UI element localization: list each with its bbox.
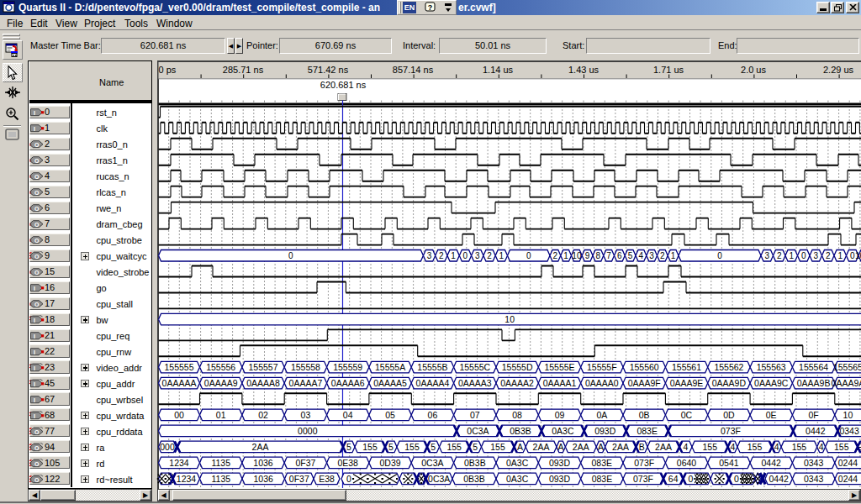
svg-text:155562: 155562 [714, 362, 743, 372]
svg-text:2AA: 2AA [252, 442, 269, 452]
svg-text:15555C: 15555C [459, 362, 490, 372]
svg-text:15555B: 15555B [417, 362, 447, 372]
svg-text:1.43 us: 1.43 us [568, 65, 600, 75]
svg-text:15555F: 15555F [587, 362, 617, 372]
svg-text:2.0 us: 2.0 us [741, 65, 766, 75]
svg-text:073F: 073F [633, 474, 653, 484]
svg-text:0D: 0D [723, 410, 735, 420]
svg-text:0A3C: 0A3C [552, 426, 574, 436]
svg-text:E38: E38 [319, 474, 335, 484]
svg-text:5: 5 [473, 442, 478, 452]
svg-text:155: 155 [834, 442, 849, 452]
svg-text:155: 155 [792, 442, 807, 452]
svg-text:15555A: 15555A [375, 362, 405, 372]
svg-text:5: 5 [388, 442, 394, 452]
svg-text:155559: 155559 [333, 362, 362, 372]
svg-text:2: 2 [826, 251, 831, 260]
svg-text:0AAAA7: 0AAAA7 [289, 378, 323, 388]
svg-text:0640: 0640 [677, 458, 697, 468]
svg-text:0442: 0442 [762, 458, 782, 468]
svg-text:0000: 0000 [298, 426, 318, 436]
svg-text:0AAA9E: 0AAA9E [670, 378, 704, 388]
svg-text:1.71 us: 1.71 us [653, 65, 684, 75]
svg-text:0AAAA4: 0AAAA4 [416, 378, 450, 388]
svg-text:0E38: 0E38 [337, 458, 358, 468]
svg-text:1234: 1234 [169, 458, 189, 468]
svg-text:155: 155 [703, 442, 718, 452]
svg-text:620.681 ns: 620.681 ns [320, 80, 367, 90]
svg-text:1234: 1234 [177, 474, 197, 484]
svg-text:0343: 0343 [804, 474, 824, 484]
svg-text:02: 02 [258, 410, 268, 420]
svg-text:05: 05 [385, 410, 395, 420]
svg-text:0C3A: 0C3A [467, 426, 489, 436]
svg-text:0: 0 [526, 251, 531, 260]
svg-text:2AA: 2AA [612, 442, 629, 452]
svg-text:0AAAA8: 0AAAA8 [246, 378, 280, 388]
svg-text:0AAAA6: 0AAAA6 [331, 378, 365, 388]
svg-text:A: A [517, 442, 523, 452]
svg-text:1: 1 [789, 251, 794, 260]
svg-text:0AAAA3: 0AAAA3 [458, 378, 492, 388]
svg-text:0: 0 [346, 474, 351, 484]
svg-text:1: 1 [563, 251, 568, 260]
svg-text:0541: 0541 [719, 458, 739, 468]
svg-text:1135: 1135 [212, 474, 231, 484]
svg-text:155: 155 [362, 442, 378, 452]
svg-text:9: 9 [585, 251, 590, 260]
svg-text:4: 4 [819, 442, 824, 452]
svg-text:0AAAA9: 0AAAA9 [204, 378, 238, 388]
svg-text:0A3C: 0A3C [506, 458, 529, 468]
svg-text:3: 3 [475, 251, 480, 260]
svg-text:093D: 093D [594, 426, 616, 436]
svg-text:155: 155 [404, 442, 420, 452]
svg-text:09: 09 [555, 410, 565, 420]
svg-text:5: 5 [346, 442, 351, 452]
svg-text:0E: 0E [766, 410, 777, 420]
svg-text:0244: 0244 [838, 474, 858, 484]
svg-text:155561: 155561 [672, 362, 701, 372]
svg-text:073F: 073F [634, 458, 654, 468]
svg-text:155565: 155565 [833, 362, 861, 372]
svg-text:000: 000 [160, 442, 175, 452]
svg-text:083E: 083E [592, 474, 613, 484]
svg-text:093D: 093D [549, 458, 571, 468]
svg-text:00: 00 [174, 410, 184, 420]
svg-text:0D39: 0D39 [380, 458, 401, 468]
svg-text:0AAA9C: 0AAA9C [754, 378, 789, 388]
svg-text:64: 64 [668, 474, 679, 484]
svg-text:1: 1 [451, 251, 456, 260]
svg-text:0442: 0442 [806, 426, 826, 436]
svg-text:0442: 0442 [769, 474, 790, 484]
svg-text:155564: 155564 [799, 362, 828, 372]
svg-text:0F: 0F [808, 410, 818, 420]
svg-text:857.14 ns: 857.14 ns [393, 65, 434, 75]
svg-text:3: 3 [649, 251, 654, 260]
svg-text:155555: 155555 [164, 362, 193, 372]
svg-text:1036: 1036 [253, 458, 273, 468]
svg-text:0A3C: 0A3C [506, 474, 529, 484]
svg-text:0AAAA2: 0AAAA2 [500, 378, 534, 388]
svg-text:1: 1 [837, 251, 843, 260]
svg-text:06: 06 [428, 410, 438, 420]
svg-text:2: 2 [439, 251, 444, 260]
svg-text:0: 0 [801, 251, 806, 260]
svg-text:2: 2 [553, 251, 558, 260]
svg-text:155556: 155556 [206, 362, 235, 372]
svg-text:155: 155 [747, 442, 763, 452]
svg-text:2AA: 2AA [573, 442, 589, 452]
svg-text:01: 01 [216, 410, 226, 420]
svg-text:0: 0 [717, 251, 722, 260]
svg-text:0C: 0C [681, 410, 693, 420]
svg-text:0: 0 [288, 251, 293, 260]
svg-text:2: 2 [777, 251, 782, 260]
svg-text:0343: 0343 [839, 426, 859, 436]
svg-text:073F: 073F [721, 426, 741, 436]
svg-text:0B3B: 0B3B [464, 458, 486, 468]
svg-text:0: 0 [688, 474, 693, 484]
svg-text:4: 4 [730, 442, 735, 452]
svg-text:0AAA9F: 0AAA9F [628, 378, 661, 388]
svg-text:0B3B: 0B3B [463, 474, 485, 484]
svg-text:4: 4 [639, 251, 644, 260]
svg-text:15555E: 15555E [544, 362, 574, 372]
